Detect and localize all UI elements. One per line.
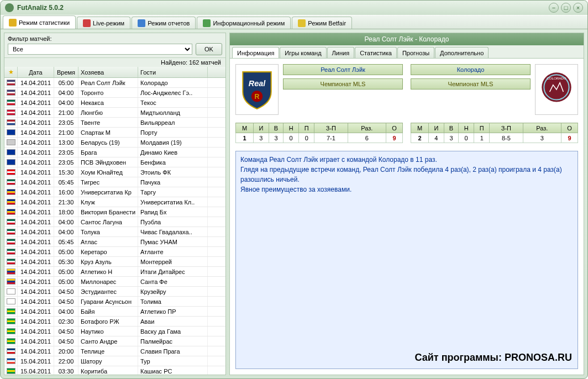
flag-icon — [7, 199, 15, 205]
detail-tab-1[interactable]: Игры команд — [280, 47, 326, 58]
tab-icon — [9, 19, 17, 27]
col-date[interactable]: Дата — [18, 67, 54, 77]
found-count: Найдено: 162 матчей — [4, 58, 225, 67]
match-row[interactable]: 14.04.201105:30Круз АзульМонтеррей — [4, 257, 225, 267]
description-box: Команда Реал Солт Лэйк играет с командой… — [235, 151, 578, 369]
match-row[interactable]: 14.04.201104:00Сантос ЛагунаПуэбла — [4, 217, 225, 227]
filter-select[interactable]: Все — [8, 44, 192, 55]
match-row[interactable]: 14.04.201121:30КлужУниверситатиа Кл.. — [4, 197, 225, 207]
titlebar: FutAnaliz 5.0.2 − □ × — [1, 1, 587, 15]
col-home[interactable]: Хозяева — [78, 67, 138, 77]
svg-text:Real: Real — [249, 79, 266, 88]
home-logo: RealR — [235, 64, 279, 115]
star-icon: ★ — [8, 69, 14, 76]
mode-tab-4[interactable]: Режим Betfair — [292, 17, 352, 29]
flag-icon — [7, 298, 15, 304]
home-team-button[interactable]: Реал Солт Лэйк — [283, 64, 403, 75]
match-row[interactable]: 14.04.201118:00Виктория БранестиРапид Бх — [4, 207, 225, 217]
flag-icon — [7, 269, 15, 275]
flag-icon — [7, 189, 15, 195]
flag-icon — [7, 149, 15, 155]
match-row[interactable]: 14.04.201102:30Ботафого РЖАваи — [4, 317, 225, 327]
mode-tab-1[interactable]: Live-режим — [77, 17, 130, 29]
match-row[interactable]: 15.04.201122:00ШаторуТур — [4, 356, 225, 366]
flag-icon — [7, 179, 15, 185]
match-row[interactable]: 14.04.201104:00НекаксаТекос — [4, 98, 225, 108]
match-row[interactable]: 14.04.201105:00Атлетико НИтаги Дитайрес — [4, 267, 225, 277]
flag-icon — [7, 159, 15, 165]
flag-icon — [7, 219, 15, 225]
match-row[interactable]: 14.04.201105:00КеретароАтланте — [4, 247, 225, 257]
flag-icon — [7, 249, 15, 255]
flag-icon — [7, 90, 15, 96]
svg-text:COLORADO: COLORADO — [547, 76, 566, 80]
flag-icon — [7, 80, 15, 86]
flag-icon — [7, 318, 15, 324]
match-row[interactable]: 14.04.201104:00ТоронтоЛос-Анджелес Гэ.. — [4, 88, 225, 98]
flag-icon — [7, 288, 15, 294]
filter-ok-button[interactable]: OK — [196, 43, 222, 55]
mode-tab-3[interactable]: Информационный режим — [197, 17, 291, 29]
detail-tab-0[interactable]: Информация — [232, 47, 279, 58]
mode-tab-0[interactable]: Режим статистики — [3, 15, 76, 29]
flag-icon — [7, 259, 15, 265]
away-team-button[interactable]: Колорадо — [411, 64, 531, 75]
col-away[interactable]: Гости — [138, 67, 208, 77]
tab-icon — [138, 19, 145, 27]
match-row[interactable]: 14.04.201120:00ТеплицеСлавия Прага — [4, 346, 225, 356]
match-row[interactable]: 14.04.201113:00Беларусь (19)Молдавия (19… — [4, 138, 225, 148]
app-icon — [5, 3, 14, 12]
match-row[interactable]: 14.04.201105:45АтласПумас УНАМ — [4, 237, 225, 247]
detail-tab-4[interactable]: Прогнозы — [397, 47, 434, 58]
match-row[interactable]: 14.04.201105:45ТигресПачука — [4, 177, 225, 187]
away-stats-table: МИВНПЗ-ПРаз.О243018-539 — [411, 123, 578, 143]
tab-icon — [83, 19, 91, 27]
table-header: ★ Дата Время Хозяева Гости — [4, 67, 225, 78]
watermark: Сайт программы: PRONOSA.RU — [415, 350, 572, 365]
tab-icon — [203, 19, 211, 27]
flag-icon — [7, 99, 15, 106]
flag-icon — [7, 278, 15, 285]
col-time[interactable]: Время — [54, 67, 78, 77]
close-button[interactable]: × — [573, 3, 583, 13]
flag-icon — [7, 109, 15, 115]
match-row[interactable]: 14.04.201123:05ТвентеВильярреал — [4, 118, 225, 128]
home-league-button[interactable]: Чемпионат MLS — [283, 78, 403, 90]
matches-list[interactable]: 14.04.201105:00Реал Солт ЛэйкКолорадо14.… — [4, 78, 225, 375]
detail-tabs: ИнформацияИгры командЛинияСтатистикаПрог… — [230, 45, 584, 59]
mode-tab-2[interactable]: Режим отчетов — [132, 17, 196, 29]
flag-icon — [7, 119, 15, 125]
tab-icon — [298, 19, 306, 27]
match-row[interactable]: 14.04.201115:30Хоум ЮнайтедЭтоиль ФК — [4, 167, 225, 177]
window-title: FutAnaliz 5.0.2 — [17, 4, 549, 12]
match-row[interactable]: 14.04.201123:05БрагаДинамо Киев — [4, 148, 225, 157]
match-row[interactable]: 14.04.201104:50НаутикоВаску да Гама — [4, 327, 225, 336]
detail-tab-5[interactable]: Дополнительно — [435, 47, 489, 58]
flag-icon — [7, 229, 15, 235]
match-row[interactable]: 14.04.201104:50Гуарани АсунсьонТолима — [4, 297, 225, 307]
filter-label: Фильтр матчей: — [8, 35, 222, 42]
minimize-button[interactable]: − — [549, 3, 559, 13]
detail-tab-3[interactable]: Статистика — [355, 47, 397, 58]
matches-panel: Фильтр матчей: Все OK Найдено: 162 матче… — [4, 33, 226, 375]
detail-tab-2[interactable]: Линия — [327, 47, 355, 58]
match-row[interactable]: 14.04.201105:00Реал Солт ЛэйкКолорадо — [4, 78, 225, 88]
match-row[interactable]: 14.04.201104:00БайяАтлетико ПР — [4, 307, 225, 317]
match-row[interactable]: 14.04.201123:05ПСВ ЭйндховенБенфика — [4, 157, 225, 167]
match-row[interactable]: 14.04.201121:00ЛюнгбюМидтьюлланд — [4, 108, 225, 118]
match-row[interactable]: 14.04.201116:00Университатиа КрТаргу — [4, 187, 225, 197]
match-row[interactable]: 14.04.201121:00Спартак МПорту — [4, 128, 225, 138]
flag-icon — [7, 358, 15, 364]
match-row[interactable]: 14.04.201104:50Санто АндреПалмейрас — [4, 336, 225, 346]
match-row[interactable]: 15.04.201103:30КоритибаКашиас РС — [4, 366, 225, 375]
flag-icon — [7, 239, 15, 245]
match-header: Реал Солт Лэйк - Колорадо — [230, 33, 584, 45]
flag-icon — [7, 308, 15, 314]
flag-icon — [7, 348, 15, 354]
maximize-button[interactable]: □ — [561, 3, 571, 13]
match-row[interactable]: 14.04.201104:00ТолукаЧивас Гвадалаха.. — [4, 227, 225, 237]
match-row[interactable]: 14.04.201104:50ЭстудиантесКрузейру — [4, 287, 225, 297]
match-row[interactable]: 14.04.201105:00МиллонаресСанта Фе — [4, 277, 225, 287]
away-league-button[interactable]: Чемпионат MLS — [411, 78, 531, 90]
svg-text:R: R — [255, 93, 260, 101]
